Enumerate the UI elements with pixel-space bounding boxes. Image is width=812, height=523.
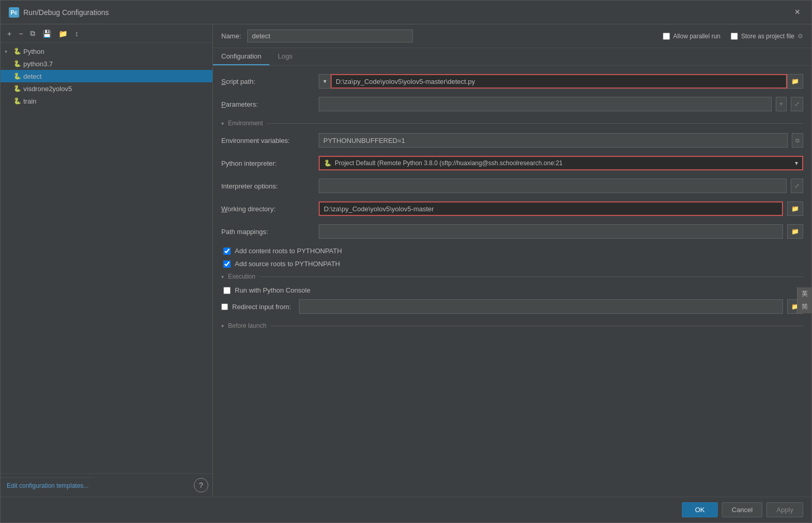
tree-item-detect[interactable]: 🐍 detect bbox=[1, 70, 212, 82]
path-mappings-input[interactable] bbox=[319, 224, 783, 239]
right-panel: Name: Allow parallel run Store as projec… bbox=[213, 24, 811, 497]
dialog-footer: OK Cancel Apply bbox=[1, 497, 811, 522]
chevron-down-icon: ▾ bbox=[5, 49, 11, 54]
tabs: Configuration Logs bbox=[213, 48, 811, 66]
path-mappings-row: Path mappings: 📁 bbox=[221, 224, 803, 239]
tab-logs[interactable]: Logs bbox=[269, 48, 301, 65]
add-content-roots-checkbox[interactable] bbox=[223, 248, 231, 255]
environment-divider bbox=[267, 123, 803, 124]
cancel-button[interactable]: Cancel bbox=[722, 502, 762, 517]
config-icon-python37: 🐍 bbox=[13, 60, 21, 68]
run-debug-dialog: Pc Run/Debug Configurations × + − ⧉ 💾 📁 … bbox=[0, 0, 812, 523]
before-launch-chevron-icon[interactable]: ▾ bbox=[221, 323, 224, 329]
before-launch-section: ▾ Before launch bbox=[221, 322, 803, 329]
interpreter-icon: 🐍 bbox=[324, 159, 332, 167]
tree-item-python37[interactable]: 🐍 python3.7 bbox=[1, 57, 212, 70]
script-path-row: Script path: ▾ 📁 bbox=[221, 74, 803, 89]
tree-item-visdrone-label: visdrone2yolov5 bbox=[23, 85, 72, 93]
execution-section-title: Execution bbox=[228, 273, 255, 280]
execution-section-header: ▾ Execution bbox=[221, 273, 803, 280]
store-as-project-label[interactable]: Store as project file ⚙ bbox=[731, 33, 803, 40]
parameters-expand-button[interactable]: ⤢ bbox=[791, 97, 803, 111]
side-badges: 英 简 bbox=[797, 287, 812, 313]
left-panel: + − ⧉ 💾 📁 ↕ ▾ 🐍 Python 🐍 python3.7 bbox=[1, 24, 213, 497]
tree-item-python-label: Python bbox=[23, 48, 44, 55]
edit-templates-link[interactable]: Edit configuration templates... bbox=[1, 477, 95, 493]
before-launch-header: ▾ Before launch bbox=[221, 322, 803, 329]
environment-section-header: ▾ Environment bbox=[221, 120, 803, 127]
interpreter-chevron-icon: ▾ bbox=[795, 159, 798, 167]
python-group-icon: 🐍 bbox=[13, 47, 21, 55]
tree-item-python[interactable]: ▾ 🐍 Python bbox=[1, 45, 212, 57]
add-source-roots-checkbox[interactable] bbox=[223, 260, 231, 268]
store-as-project-checkbox[interactable] bbox=[731, 33, 738, 40]
gear-icon: ⚙ bbox=[797, 33, 803, 40]
add-config-button[interactable]: + bbox=[5, 28, 14, 39]
add-source-roots-row: Add source roots to PYTHONPATH bbox=[221, 260, 803, 268]
close-button[interactable]: × bbox=[791, 6, 803, 19]
store-as-project-text: Store as project file bbox=[741, 33, 794, 40]
move-config-button[interactable]: 📁 bbox=[56, 28, 70, 39]
side-badge-english[interactable]: 英 bbox=[797, 287, 812, 300]
working-dir-row: Working directory: 📁 bbox=[221, 201, 803, 216]
interpreter-row: Python interpreter: 🐍 Project Default (R… bbox=[221, 156, 803, 170]
dialog-title: Run/Debug Configurations bbox=[23, 8, 109, 17]
run-console-label[interactable]: Run with Python Console bbox=[235, 286, 310, 294]
redirect-input-label[interactable]: Redirect input from: bbox=[232, 303, 291, 311]
interpreter-options-expand-button[interactable]: ⤢ bbox=[791, 179, 803, 193]
tab-configuration[interactable]: Configuration bbox=[213, 48, 269, 65]
working-dir-folder-button[interactable]: 📁 bbox=[787, 201, 803, 216]
top-checkboxes: Allow parallel run Store as project file… bbox=[663, 33, 803, 40]
name-label: Name: bbox=[221, 32, 241, 40]
help-button[interactable]: ? bbox=[194, 478, 208, 492]
interpreter-options-row: Interpreter options: ⤢ bbox=[221, 179, 803, 193]
working-dir-input[interactable] bbox=[319, 201, 783, 216]
env-variables-copy-button[interactable]: ⧉ bbox=[792, 133, 803, 148]
execution-chevron-icon[interactable]: ▾ bbox=[221, 274, 224, 280]
copy-config-button[interactable]: ⧉ bbox=[27, 27, 38, 39]
ok-button[interactable]: OK bbox=[682, 502, 718, 517]
script-path-input[interactable] bbox=[331, 74, 787, 89]
app-icon: Pc bbox=[9, 7, 19, 18]
tree-item-visdrone[interactable]: 🐍 visdrone2yolov5 bbox=[1, 82, 212, 95]
before-launch-divider bbox=[270, 326, 803, 326]
script-path-dropdown[interactable]: ▾ bbox=[319, 74, 331, 89]
path-mappings-folder-button[interactable]: 📁 bbox=[787, 224, 803, 239]
parameters-row: Parameters: + ⤢ bbox=[221, 97, 803, 111]
sort-config-button[interactable]: ↕ bbox=[72, 28, 81, 39]
apply-button[interactable]: Apply bbox=[766, 502, 803, 517]
env-variables-input[interactable] bbox=[319, 133, 788, 148]
script-path-label: Script path: bbox=[221, 78, 315, 85]
configuration-content: Script path: ▾ 📁 Parameters: + ⤢ bbox=[213, 66, 811, 497]
redirect-input-field[interactable] bbox=[299, 299, 783, 314]
remove-config-button[interactable]: − bbox=[16, 28, 25, 39]
config-icon-detect: 🐍 bbox=[13, 72, 21, 80]
config-icon-visdrone: 🐍 bbox=[13, 84, 21, 93]
name-row: Name: bbox=[221, 30, 413, 42]
allow-parallel-label[interactable]: Allow parallel run bbox=[663, 33, 720, 40]
parameters-input[interactable] bbox=[319, 97, 772, 111]
allow-parallel-checkbox[interactable] bbox=[663, 33, 670, 40]
right-top-bar: Name: Allow parallel run Store as projec… bbox=[213, 24, 811, 48]
tree-item-detect-label: detect bbox=[23, 72, 41, 80]
allow-parallel-text: Allow parallel run bbox=[673, 33, 720, 40]
parameters-label: Parameters: bbox=[221, 100, 315, 108]
run-console-checkbox[interactable] bbox=[223, 287, 231, 294]
execution-divider bbox=[260, 277, 803, 277]
environment-section-title: Environment bbox=[228, 120, 263, 127]
interpreter-options-input[interactable] bbox=[319, 179, 787, 193]
add-content-roots-label[interactable]: Add content roots to PYTHONPATH bbox=[235, 247, 342, 255]
environment-chevron-icon[interactable]: ▾ bbox=[221, 121, 224, 126]
tree-item-train[interactable]: 🐍 train bbox=[1, 95, 212, 107]
side-badge-chinese[interactable]: 简 bbox=[797, 300, 812, 313]
add-source-roots-label[interactable]: Add source roots to PYTHONPATH bbox=[235, 260, 340, 268]
python-interpreter-dropdown[interactable]: 🐍 Project Default (Remote Python 3.8.0 (… bbox=[319, 156, 803, 170]
parameters-add-button[interactable]: + bbox=[776, 97, 787, 111]
script-path-folder-button[interactable]: 📁 bbox=[787, 74, 803, 89]
env-variables-row: Environment variables: ⧉ bbox=[221, 133, 803, 148]
python-interpreter-label: Python interpreter: bbox=[221, 159, 315, 167]
redirect-input-checkbox[interactable] bbox=[221, 303, 228, 310]
script-path-input-wrapper: ▾ 📁 bbox=[319, 74, 803, 89]
save-config-button[interactable]: 💾 bbox=[40, 28, 54, 39]
name-input[interactable] bbox=[247, 30, 413, 42]
